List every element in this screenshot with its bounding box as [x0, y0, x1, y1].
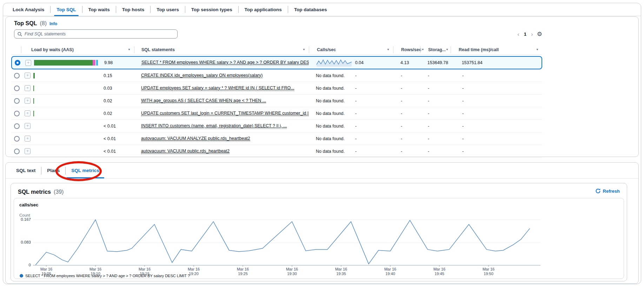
expand-row-icon[interactable]: + — [25, 148, 31, 154]
sql-statement-link[interactable]: autovacuum: VACUUM public.rds_heartbeat2 — [141, 149, 230, 154]
expand-row-icon[interactable]: + — [25, 60, 31, 66]
tab-sql-metrics[interactable]: SQL metrics — [66, 163, 105, 178]
search-box[interactable] — [14, 29, 178, 39]
cell-read-time: 153751.84 — [450, 57, 542, 69]
cell-select — [11, 82, 21, 94]
load-bar-segment-blue — [96, 60, 98, 66]
cell-read-time-value: - — [462, 124, 464, 129]
x-axis-tick-label: Mar 1619:35 — [331, 267, 352, 276]
table-row[interactable]: +0.02WITH age_groups AS ( SELECT CASE WH… — [11, 95, 542, 107]
filter-caret-icon[interactable]: ▼ — [387, 48, 390, 51]
cell-select — [11, 107, 21, 119]
tab-lock-analysis[interactable]: Lock Analysis — [7, 3, 50, 16]
filter-caret-icon[interactable]: ▼ — [303, 48, 305, 51]
load-bar-segment-green — [33, 111, 34, 116]
column-header-label: Rows/sec — [393, 47, 421, 52]
table-row[interactable]: +< 0.01autovacuum: VACUUM public.rds_hea… — [11, 145, 542, 158]
radio-button[interactable] — [14, 123, 20, 129]
cell-rows-per-sec-value: - — [401, 111, 402, 116]
cell-read-time: - — [451, 95, 542, 107]
cell-read-time: - — [451, 120, 542, 132]
sql-statement-link[interactable]: UPDATE customers SET last_login = CURREN… — [141, 111, 309, 116]
table-body: +9.98SELECT * FROM employees WHERE salar… — [11, 56, 542, 158]
console-frame: Lock AnalysisTop SQLTop waitsTop hostsTo… — [3, 3, 641, 284]
cell-read-time-value: - — [462, 73, 464, 78]
radio-button[interactable] — [14, 86, 20, 91]
tab-top-waits[interactable]: Top waits — [82, 3, 116, 16]
tab-top-hosts[interactable]: Top hosts — [116, 3, 151, 16]
expand-row-icon[interactable]: + — [25, 136, 31, 142]
tab-plans[interactable]: Plans — [41, 163, 65, 178]
filter-caret-icon[interactable]: ▼ — [446, 48, 449, 51]
table-row[interactable]: +0.02UPDATE customers SET last_login = C… — [11, 107, 542, 120]
table-row[interactable]: +9.98SELECT * FROM employees WHERE salar… — [11, 56, 542, 69]
settings-gear-icon[interactable]: ⚙ — [537, 31, 542, 37]
column-header-rows-sec: Rows/sec▼ — [393, 46, 420, 53]
cell-storage-value: - — [428, 124, 429, 129]
expand-row-icon[interactable]: + — [25, 85, 31, 91]
radio-button[interactable] — [14, 111, 20, 116]
load-bar-segment-green — [34, 60, 93, 66]
calls-spark-slot: No data found. — [316, 86, 355, 91]
top-sql-title: Top SQL — [14, 20, 37, 27]
load-value: < 0.01 — [104, 136, 116, 141]
sql-statement-link[interactable]: UPDATE employees SET salary = salary * ?… — [141, 86, 294, 91]
pagination-next-button[interactable]: › — [530, 31, 534, 37]
cell-storage-value: - — [428, 73, 429, 78]
cell-select — [11, 95, 21, 107]
radio-button[interactable] — [14, 149, 20, 154]
tab-top-sql[interactable]: Top SQL — [51, 3, 82, 16]
calls-spark-slot — [316, 58, 355, 67]
radio-button[interactable] — [14, 136, 20, 142]
calls-spark-slot: No data found. — [316, 136, 355, 141]
expand-row-icon[interactable]: + — [25, 123, 31, 129]
cell-rows-per-sec-value: - — [401, 124, 402, 129]
expand-row-icon[interactable]: + — [25, 98, 31, 104]
table-row[interactable]: +0.15CREATE INDEX idx_employees_salary O… — [11, 69, 542, 82]
sql-statement-link[interactable]: CREATE INDEX idx_employees_salary ON emp… — [141, 73, 263, 78]
cell-sql-statement: autovacuum: VACUUM ANALYZE public.rds_he… — [134, 132, 309, 145]
cell-rows-per-sec: 4.13 — [393, 57, 420, 69]
cell-rows-per-sec-value: - — [401, 73, 402, 78]
filter-caret-icon[interactable]: ▼ — [536, 48, 539, 51]
cell-storage: - — [420, 132, 451, 145]
cell-storage: - — [420, 69, 451, 82]
cell-load-by-waits: +9.98 — [22, 57, 134, 69]
tab-top-session-types[interactable]: Top session types — [185, 3, 238, 16]
table-row[interactable]: +< 0.01autovacuum: VACUUM ANALYZE public… — [11, 132, 542, 145]
sql-statement-link[interactable]: INSERT INTO customers (name, email, regi… — [141, 123, 287, 129]
refresh-button[interactable]: Refresh — [595, 188, 620, 194]
tab-sql-text[interactable]: SQL text — [11, 163, 41, 178]
cell-read-time-value: - — [462, 111, 464, 116]
table-row[interactable]: +0.03UPDATE employees SET salary = salar… — [11, 82, 542, 95]
calls-value: - — [355, 111, 357, 116]
cell-read-time: - — [451, 69, 542, 82]
expand-row-icon[interactable]: + — [25, 73, 31, 78]
radio-button[interactable] — [15, 60, 20, 66]
pagination-page-number[interactable]: 1 — [523, 32, 527, 37]
cell-sql-statement: CREATE INDEX idx_employees_salary ON emp… — [134, 69, 309, 82]
cell-read-time: - — [451, 132, 542, 145]
info-link[interactable]: Info — [49, 21, 57, 26]
expand-row-icon[interactable]: + — [25, 110, 31, 116]
search-input[interactable] — [25, 32, 174, 36]
sql-statement-link[interactable]: autovacuum: VACUUM ANALYZE public.rds_he… — [141, 136, 250, 142]
sql-statement-link[interactable]: SELECT * FROM employees WHERE salary > ?… — [141, 60, 309, 66]
cell-storage: - — [420, 145, 451, 157]
tab-top-applications[interactable]: Top applications — [239, 3, 288, 16]
calls-spark-slot: No data found. — [316, 73, 355, 78]
cell-load-by-waits: +0.03 — [21, 82, 134, 94]
cell-read-time-value: 153751.84 — [462, 60, 483, 65]
header-select-column — [11, 46, 21, 53]
tab-top-databases[interactable]: Top databases — [288, 3, 333, 16]
cell-read-time-value: - — [462, 98, 464, 103]
filter-caret-icon[interactable]: ▼ — [128, 48, 131, 51]
sql-statement-link[interactable]: WITH age_groups AS ( SELECT CASE WHEN ag… — [141, 98, 266, 104]
pagination-prev-button[interactable]: ‹ — [517, 31, 520, 37]
table-row[interactable]: +< 0.01INSERT INTO customers (name, emai… — [11, 120, 542, 132]
radio-button[interactable] — [14, 98, 20, 104]
cell-rows-per-sec-value: - — [401, 136, 402, 141]
radio-button[interactable] — [14, 73, 20, 78]
tab-top-users[interactable]: Top users — [151, 3, 185, 16]
column-header-label: Read time (ms)/call — [451, 47, 499, 52]
